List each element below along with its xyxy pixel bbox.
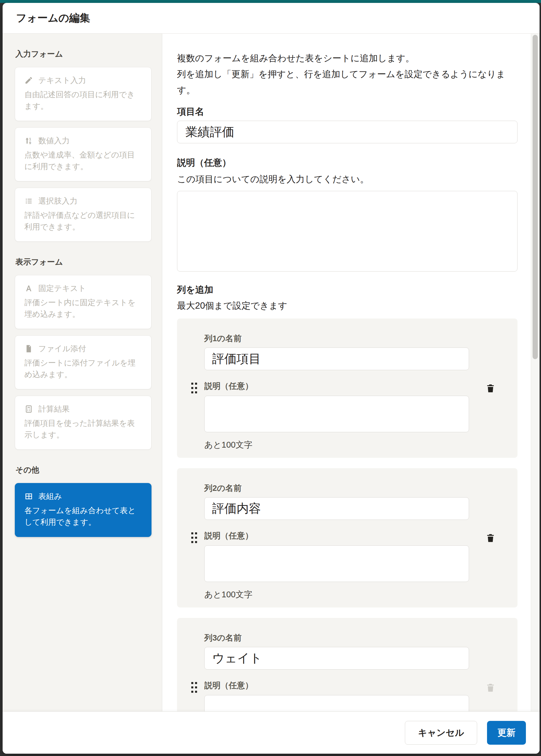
column-3-desc-label: 説明（任意） [204, 680, 469, 690]
section-heading-other: その他 [15, 465, 152, 475]
sidebar-card-file-attachment[interactable]: ファイル添付 評価シートに添付ファイルを埋め込みます。 [15, 335, 152, 389]
sidebar-card-calculation-result[interactable]: 計算結果 評価項目を使った計算結果を表示します。 [15, 396, 152, 450]
sidebar-card-fixed-text[interactable]: 固定テキスト 評価シート内に固定テキストを埋め込みます。 [15, 275, 152, 329]
card-description: 評価シートに添付ファイルを埋め込みます。 [24, 357, 142, 380]
add-columns-help-text: 最大20個まで設定できます [177, 299, 517, 312]
dialog-title: フォームの編集 [16, 11, 90, 25]
table-icon [24, 492, 33, 501]
svg-text:9: 9 [29, 141, 31, 145]
description-textarea[interactable] [177, 191, 517, 272]
description-label: 説明（任意） [177, 157, 517, 168]
item-name-input[interactable] [177, 121, 517, 143]
column-3-name-input[interactable] [204, 647, 469, 669]
column-2-drag-handle-icon[interactable] [191, 532, 197, 544]
sidebar-card-table-selected[interactable]: 表組み 各フォームを組み合わせて表として利用できます。 [15, 483, 152, 537]
svg-text:1: 1 [29, 137, 31, 141]
card-title: 表組み [38, 492, 62, 501]
dialog-footer: キャンセル 更新 [3, 711, 540, 754]
form-type-sidebar: 入力フォーム テキスト入力 自由記述回答の項目に利用できます。 19 数値入力 [3, 34, 162, 711]
page-backdrop-teal-strip [0, 0, 541, 3]
cancel-button[interactable]: キャンセル [405, 721, 477, 745]
trash-icon [486, 532, 495, 543]
column-1-name-label: 列1の名前 [204, 334, 469, 344]
card-title: 計算結果 [38, 405, 70, 413]
card-description: 評価項目を使った計算結果を表示します。 [24, 417, 142, 441]
section-heading-display-forms: 表示フォーム [15, 257, 152, 267]
form-intro-line2: 列を追加し「更新」を押すと、行を追加してフォームを設定できるようになります。 [177, 66, 517, 98]
scrollbar-track[interactable] [531, 34, 540, 711]
card-title: 選択肢入力 [38, 197, 78, 205]
column-3-desc-textarea[interactable] [204, 695, 469, 711]
section-heading-input-forms: 入力フォーム [15, 49, 152, 59]
card-title: テキスト入力 [38, 76, 86, 85]
scrollbar-thumb[interactable] [533, 35, 538, 359]
update-button[interactable]: 更新 [487, 721, 526, 745]
card-title: ファイル添付 [38, 344, 86, 353]
list-icon [24, 197, 33, 205]
column-2-char-counter: あと100文字 [204, 589, 469, 601]
card-title: 数値入力 [38, 136, 70, 145]
description-help-text: この項目についての説明を入力してください。 [177, 173, 517, 186]
column-2-desc-label: 説明（任意） [204, 531, 469, 541]
column-2-desc-textarea[interactable] [204, 545, 469, 582]
column-3-name-label: 列3の名前 [204, 633, 469, 643]
sidebar-card-choice-input[interactable]: 選択肢入力 評語や評価点などの選択項目に利用できます。 [15, 188, 152, 242]
column-1-delete-button[interactable] [486, 382, 495, 394]
form-edit-dialog: フォームの編集 入力フォーム テキスト入力 自由記述回答の項目に利用できます。 … [3, 3, 540, 754]
add-columns-label: 列を追加 [177, 284, 517, 295]
pencil-icon [24, 76, 33, 85]
column-2-delete-button[interactable] [486, 532, 495, 543]
column-1-name-input[interactable] [204, 348, 469, 370]
column-3-delete-button[interactable] [486, 682, 495, 693]
column-1-desc-label: 説明（任意） [204, 381, 469, 391]
trash-icon [486, 382, 495, 394]
sort-numeric-icon: 19 [24, 136, 33, 145]
card-description: 自由記述回答の項目に利用できます。 [24, 89, 142, 112]
sidebar-card-text-input[interactable]: テキスト入力 自由記述回答の項目に利用できます。 [15, 67, 152, 121]
column-1-desc-textarea[interactable] [204, 396, 469, 432]
column-block-2: 列2の名前 説明（任意） あと100文字 [177, 468, 517, 608]
column-1-drag-handle-icon[interactable] [191, 382, 197, 394]
column-block-3: 列3の名前 説明（任意） [177, 618, 517, 711]
card-description: 評語や評価点などの選択項目に利用できます。 [24, 209, 142, 233]
trash-icon [486, 682, 495, 693]
dialog-content-column: 複数のフォームを組み合わせた表をシートに追加します。 列を追加し「更新」を押すと… [162, 34, 540, 711]
form-intro-text: 複数のフォームを組み合わせた表をシートに追加します。 列を追加し「更新」を押すと… [177, 50, 517, 98]
column-block-1: 列1の名前 説明（任意） あと100文字 [177, 319, 517, 458]
letter-a-icon [24, 284, 33, 293]
card-description: 各フォームを組み合わせて表として利用できます。 [24, 505, 142, 528]
sidebar-card-number-input[interactable]: 19 数値入力 点数や達成率、金額などの項目に利用できます。 [15, 127, 152, 181]
card-description: 点数や達成率、金額などの項目に利用できます。 [24, 149, 142, 172]
column-3-drag-handle-icon[interactable] [191, 682, 197, 693]
column-1-char-counter: あと100文字 [204, 439, 469, 451]
column-2-name-input[interactable] [204, 497, 469, 520]
calculator-icon [24, 405, 33, 413]
form-settings-scrollarea: 複数のフォームを組み合わせた表をシートに追加します。 列を追加し「更新」を押すと… [162, 34, 531, 711]
card-description: 評価シート内に固定テキストを埋め込みます。 [24, 297, 142, 320]
file-icon [24, 344, 33, 353]
column-2-name-label: 列2の名前 [204, 483, 469, 493]
card-title: 固定テキスト [38, 284, 86, 293]
dialog-body: 入力フォーム テキスト入力 自由記述回答の項目に利用できます。 19 数値入力 [3, 34, 540, 711]
item-name-label: 項目名 [177, 106, 517, 117]
form-intro-line1: 複数のフォームを組み合わせた表をシートに追加します。 [177, 50, 517, 66]
dialog-header: フォームの編集 [3, 3, 540, 34]
